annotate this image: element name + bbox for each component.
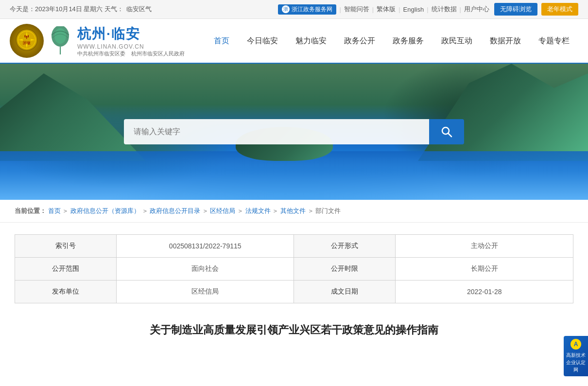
site-header: 中 国徽 杭州·临安 WWW.LINAN.GOV.CN 中共杭州市临安区委 [0, 19, 588, 64]
zhejiang-service-link[interactable]: 浙 浙江政务服务网 [278, 4, 336, 15]
logo-text: 杭州·临安 WWW.LINAN.GOV.CN 中共杭州市临安区委 杭州市临安区人… [77, 25, 185, 57]
site-title: 杭州·临安 [77, 25, 185, 43]
search-input[interactable] [124, 119, 429, 144]
search-icon [440, 125, 453, 138]
nav-today[interactable]: 今日临安 [238, 32, 287, 50]
divider: | [339, 6, 341, 13]
nav-charm[interactable]: 魅力临安 [287, 32, 335, 50]
logo-area: 中 国徽 杭州·临安 WWW.LINAN.GOV.CN 中共杭州市临安区委 [10, 24, 185, 58]
zhejiang-icon: 浙 [282, 5, 290, 13]
value-open-form: 主动公开 [396, 235, 573, 258]
info-table: 索引号 002508131/2022-79115 公开形式 主动公开 公开范围 … [15, 234, 573, 303]
nav-special[interactable]: 专题专栏 [530, 32, 578, 50]
nav-home[interactable]: 首页 [205, 32, 238, 50]
top-bar-right: 浙 浙江政务服务网 | 智能问答 | 繁体版 | English | 统计数据 … [278, 3, 578, 16]
hero-banner [0, 64, 588, 200]
accessible-button[interactable]: 无障碍浏览 [494, 3, 537, 16]
divider4: | [427, 6, 428, 13]
info-section: 索引号 002508131/2022-79115 公开形式 主动公开 公开范围 … [0, 223, 588, 348]
logo-org: 中共杭州市临安区委 杭州市临安区人民政府 [77, 50, 185, 57]
breadcrumb-label: 当前位置： [15, 207, 46, 214]
table-row: 发布单位 区经信局 成文日期 2022-01-28 [15, 281, 573, 303]
value-open-duration: 长期公开 [396, 258, 573, 281]
table-row: 公开范围 面向社会 公开时限 长期公开 [15, 258, 573, 281]
breadcrumb-catalog[interactable]: 政府信息公开目录 [150, 207, 200, 214]
top-bar-left: 今天是：2023年10月14日 星期六 天气： 临安区气 [10, 5, 152, 14]
breadcrumb-home[interactable]: 首页 [48, 207, 61, 214]
ginkgo-decoration [50, 26, 71, 55]
nav-gov-service[interactable]: 政务服务 [384, 32, 432, 50]
user-center-link[interactable]: 用户中心 [464, 5, 489, 14]
divider5: | [460, 6, 461, 13]
corner-badge: A 高新技术企业认定网 [564, 336, 588, 348]
label-publisher: 发布单位 [15, 281, 117, 303]
svg-line-12 [449, 134, 452, 137]
divider3: | [398, 6, 400, 13]
breadcrumb-dept[interactable]: 区经信局 [210, 207, 235, 214]
label-open-duration: 公开时限 [294, 258, 396, 281]
breadcrumb-section: 当前位置： 首页 ＞ 政府信息公开（资源库） ＞ 政府信息公开目录 ＞ 区经信局… [0, 200, 588, 223]
weather-label: 临安区气 [126, 5, 152, 14]
value-open-scope: 面向社会 [116, 258, 294, 281]
breadcrumb-other[interactable]: 其他文件 [280, 207, 306, 214]
label-open-scope: 公开范围 [15, 258, 117, 281]
top-bar: 今天是：2023年10月14日 星期六 天气： 临安区气 浙 浙江政务服务网 |… [0, 0, 588, 19]
breadcrumb-regulations[interactable]: 法规文件 [245, 207, 271, 214]
label-date: 成文日期 [294, 281, 396, 303]
traditional-link[interactable]: 繁体版 [377, 5, 396, 14]
main-nav: 首页 今日临安 魅力临安 政务公开 政务服务 政民互动 数据开放 专题专栏 [185, 32, 578, 50]
gov-emblem: 中 国徽 [10, 24, 44, 58]
label-open-form: 公开形式 [294, 235, 396, 258]
stats-link[interactable]: 统计数据 [432, 5, 457, 14]
nav-gov-open[interactable]: 政务公开 [335, 32, 384, 50]
svg-point-9 [54, 28, 66, 44]
breadcrumb-gov-info[interactable]: 政府信息公开（资源库） [70, 207, 140, 214]
value-index: 002508131/2022-79115 [116, 235, 294, 258]
label-index: 索引号 [15, 235, 117, 258]
nav-data-open[interactable]: 数据开放 [481, 32, 530, 50]
divider2: | [372, 6, 374, 13]
value-date: 2022-01-28 [396, 281, 573, 303]
search-button[interactable] [429, 119, 464, 144]
search-bar [124, 119, 464, 144]
table-row: 索引号 002508131/2022-79115 公开形式 主动公开 [15, 235, 573, 258]
date-text: 今天是：2023年10月14日 星期六 天气： [10, 5, 123, 14]
article-title: 关于制造业高质量发展引领产业兴区若干政策意见的操作指南 [15, 317, 573, 348]
english-link[interactable]: English [403, 6, 424, 13]
breadcrumb: 当前位置： 首页 ＞ 政府信息公开（资源库） ＞ 政府信息公开目录 ＞ 区经信局… [15, 207, 573, 215]
smart-qa-link[interactable]: 智能问答 [344, 5, 369, 14]
breadcrumb-current: 部门文件 [315, 207, 341, 214]
value-publisher: 区经信局 [116, 281, 294, 303]
site-url: WWW.LINAN.GOV.CN [77, 43, 185, 50]
elderly-button[interactable]: 老年模式 [541, 3, 578, 16]
nav-interaction[interactable]: 政民互动 [432, 32, 481, 50]
